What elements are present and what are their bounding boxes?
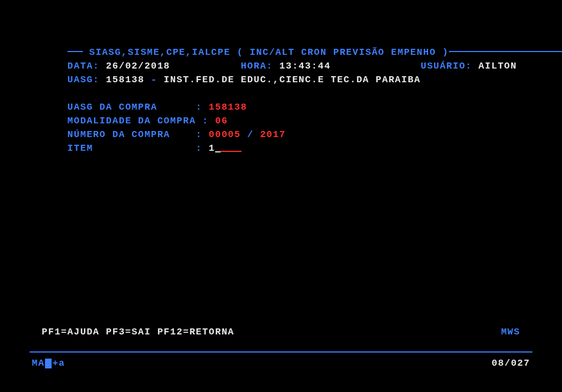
status-rule xyxy=(30,351,532,353)
uasg-label: UASG: xyxy=(68,75,100,85)
hora-value: 13:43:44 xyxy=(279,61,331,71)
header-line: SIASG,SISME,CPE,IALCPE ( INC/ALT CRON PR… xyxy=(42,32,562,46)
uasg-name: INST.FED.DE EDUC.,CIENC.E TEC.DA PARAIBA xyxy=(164,75,420,85)
header-path: SIASG,SISME,CPE,IALCPE xyxy=(89,47,231,58)
header-rule-left xyxy=(68,51,83,52)
terminal-screen: SIASG,SISME,CPE,IALCPE ( INC/ALT CRON PR… xyxy=(0,0,562,141)
uasg-compra-label: UASG DA COMPRA : xyxy=(68,102,203,112)
numero-label: NÚMERO DA COMPRA : xyxy=(68,129,203,140)
data-value: 26/02/2018 xyxy=(106,61,170,71)
item-label: ITEM : xyxy=(68,143,203,154)
numero-value[interactable]: 00005 xyxy=(209,129,241,140)
uasg-code: 158138 xyxy=(106,75,144,85)
modalidade-value[interactable]: 06 xyxy=(215,116,228,126)
usuario-label: USUÁRIO: xyxy=(420,61,472,71)
footer-right: MWS xyxy=(501,327,520,337)
status-a: a xyxy=(59,357,65,370)
numero-sep: / xyxy=(247,129,254,140)
item-input-underline[interactable] xyxy=(221,151,241,152)
pf-keys: PF1=AJUDA PF3=SAI PF12=RETORNA xyxy=(42,327,234,337)
status-plus: + xyxy=(52,357,59,370)
hora-label: HORA: xyxy=(241,61,273,71)
numero-year[interactable]: 2017 xyxy=(260,129,286,140)
status-block-icon xyxy=(45,359,52,368)
modalidade-label: MODALIDADE DA COMPRA : xyxy=(68,116,209,126)
header-rule-right xyxy=(449,51,562,52)
data-label: DATA: xyxy=(68,61,100,71)
status-bar: MA + a 08/027 xyxy=(30,351,532,370)
uasg-dash: - xyxy=(151,75,158,85)
header-title: ( INC/ALT CRON PREVISÃO EMPENHO ) xyxy=(237,47,449,58)
usuario-value: AILTON xyxy=(479,61,517,71)
status-ma: MA xyxy=(32,357,44,370)
item-value[interactable]: 1 xyxy=(209,143,215,154)
field-uasg-compra: UASG DA COMPRA : 158138 xyxy=(42,87,562,100)
uasg-compra-value[interactable]: 158138 xyxy=(209,102,247,112)
status-position: 08/027 xyxy=(492,357,530,370)
footer: PF1=AJUDA PF3=SAI PF12=RETORNA MWS xyxy=(42,327,520,337)
cursor[interactable] xyxy=(215,151,221,152)
